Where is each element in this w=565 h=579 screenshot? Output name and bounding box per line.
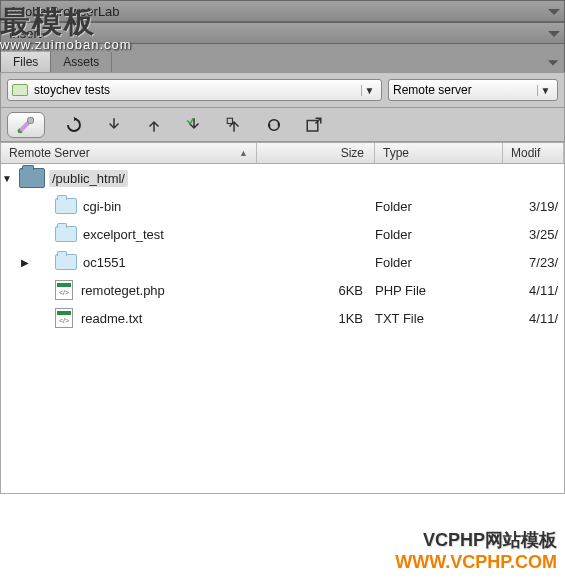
col-header-name[interactable]: Remote Server ▲ [1,143,257,163]
folder-icon [12,84,28,96]
browserlab-panel-header[interactable]: Adobe BrowserLab [0,0,565,22]
sort-asc-icon: ▲ [239,148,248,158]
disclosure-icon[interactable]: ▶ [19,257,31,268]
folder-open-icon [19,168,45,188]
files-panel-tabs: Files Assets [0,52,565,72]
site-dropdown[interactable]: stoychev tests ▼ [7,79,382,101]
file-modified: 7/23/ [503,255,564,270]
panel-title: Adobe BrowserLab [9,4,120,19]
file-name: readme.txt [81,311,142,326]
folder-icon [55,198,77,214]
insert-panel-header[interactable]: Insert [0,22,565,44]
file-row[interactable]: </>readme.txt1KBTXT File4/11/ [1,304,564,332]
disclosure-open-icon[interactable]: ▼ [1,173,13,184]
file-toolbar [0,108,565,142]
file-size: 6KB [257,283,375,298]
tab-files[interactable]: Files [1,51,51,72]
file-modified: 3/25/ [503,227,564,242]
file-row[interactable]: ▶oc1551Folder7/23/ [1,248,564,276]
file-name: oc1551 [83,255,126,270]
connect-button[interactable] [7,112,45,138]
refresh-button[interactable] [63,114,85,136]
panel-title: Insert [9,26,42,41]
col-header-size[interactable]: Size [257,143,375,163]
column-headers: Remote Server ▲ Size Type Modif [0,142,565,164]
file-type: PHP File [375,283,503,298]
file-name: cgi-bin [83,199,121,214]
checkout-button[interactable] [183,114,205,136]
file-row[interactable]: cgi-binFolder3/19/ [1,192,564,220]
server-dropdown[interactable]: Remote server ▼ [388,79,558,101]
chevron-down-icon: ▼ [361,85,377,96]
sync-button[interactable] [263,114,285,136]
file-type: TXT File [375,311,503,326]
folder-icon [55,226,77,242]
col-header-type[interactable]: Type [375,143,503,163]
file-modified: 4/11/ [503,283,564,298]
tree-root-row[interactable]: ▼ /public_html/ [1,164,564,192]
panel-menu-icon[interactable] [546,25,562,41]
file-size: 1KB [257,311,375,326]
server-dropdown-label: Remote server [393,83,537,97]
chevron-down-icon: ▼ [537,85,553,96]
file-name: remoteget.php [81,283,165,298]
file-type: Folder [375,227,503,242]
checkin-button[interactable] [223,114,245,136]
file-modified: 3/19/ [503,199,564,214]
file-type: Folder [375,199,503,214]
col-header-modified[interactable]: Modif [503,143,564,163]
file-type: Folder [375,255,503,270]
site-dropdown-label: stoychev tests [34,83,361,97]
svg-rect-2 [227,118,232,123]
file-name: excelport_test [83,227,164,242]
get-button[interactable] [103,114,125,136]
file-tree: ▼ /public_html/ cgi-binFolder3/19/excelp… [0,164,565,494]
folder-icon [55,254,77,270]
file-icon: </> [55,308,73,328]
tab-assets[interactable]: Assets [51,52,112,72]
watermark-bottom: VCPHP网站模板 WWW.VCPHP.COM [395,528,557,573]
site-server-bar: stoychev tests ▼ Remote server ▼ [0,72,565,108]
file-modified: 4/11/ [503,311,564,326]
panel-menu-icon[interactable] [546,3,562,19]
svg-rect-1 [28,117,34,123]
panel-menu-icon[interactable] [546,55,560,72]
file-row[interactable]: excelport_testFolder3/25/ [1,220,564,248]
put-button[interactable] [143,114,165,136]
expand-button[interactable] [303,114,325,136]
file-icon: </> [55,280,73,300]
file-row[interactable]: </>remoteget.php6KBPHP File4/11/ [1,276,564,304]
root-path: /public_html/ [49,170,128,187]
